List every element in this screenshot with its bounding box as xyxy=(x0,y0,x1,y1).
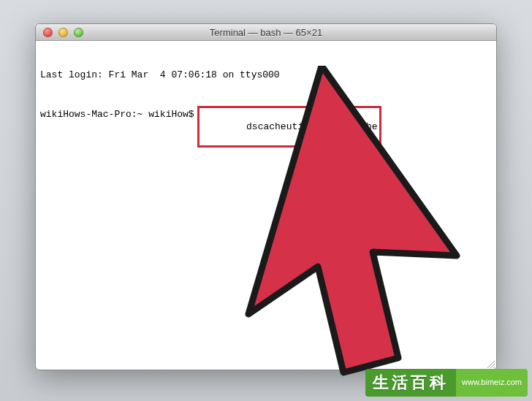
prompt-line: wikiHows-Mac-Pro:~ wikiHow$ dscacheutil … xyxy=(40,106,492,148)
command-highlight-box: dscacheutil -flushcache xyxy=(197,106,381,148)
shell-prompt: wikiHows-Mac-Pro:~ wikiHow$ xyxy=(40,108,194,121)
close-button[interactable] xyxy=(43,28,53,37)
watermark-title: 生活百科 xyxy=(365,369,456,397)
typed-command: dscacheutil -flushcache xyxy=(246,121,377,132)
watermark: 生活百科 www.bimeiz.com xyxy=(365,369,528,397)
window-titlebar[interactable]: Terminal — bash — 65×21 xyxy=(36,24,496,41)
minimize-button[interactable] xyxy=(58,28,68,37)
resize-handle-icon[interactable] xyxy=(485,359,495,369)
login-info-line: Last login: Fri Mar 4 07:06:18 on ttys00… xyxy=(40,69,492,81)
watermark-url: www.bimeiz.com xyxy=(456,369,528,397)
window-title: Terminal — bash — 65×21 xyxy=(36,27,496,38)
terminal-window: Terminal — bash — 65×21 Last login: Fri … xyxy=(35,23,497,370)
traffic-lights xyxy=(36,28,83,37)
zoom-button[interactable] xyxy=(74,28,83,37)
terminal-body[interactable]: Last login: Fri Mar 4 07:06:18 on ttys00… xyxy=(36,41,496,175)
svg-line-2 xyxy=(493,367,495,368)
